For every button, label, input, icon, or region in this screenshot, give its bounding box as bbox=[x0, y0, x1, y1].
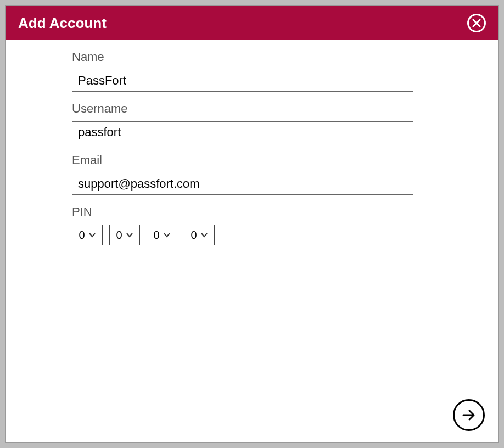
pin-digit-4-select[interactable]: 0 bbox=[184, 225, 215, 245]
chevron-down-icon bbox=[88, 231, 96, 239]
pin-digit-3-value: 0 bbox=[153, 229, 159, 242]
next-button[interactable] bbox=[453, 399, 485, 431]
close-icon bbox=[472, 19, 481, 27]
dialog-footer bbox=[6, 388, 498, 442]
pin-digit-4-value: 0 bbox=[191, 229, 197, 242]
dialog-header: Add Account bbox=[6, 6, 498, 40]
email-label: Email bbox=[72, 153, 432, 167]
name-input[interactable] bbox=[72, 70, 413, 92]
dialog-title: Add Account bbox=[18, 15, 107, 32]
email-input[interactable] bbox=[72, 173, 413, 195]
email-field-group: Email bbox=[72, 153, 432, 195]
name-label: Name bbox=[72, 50, 432, 64]
dialog-body: Name Username Email PIN 0 0 bbox=[6, 40, 498, 388]
pin-digit-3-select[interactable]: 0 bbox=[147, 225, 177, 245]
name-field-group: Name bbox=[72, 50, 432, 92]
pin-field-group: PIN 0 0 0 bbox=[72, 205, 432, 245]
close-button[interactable] bbox=[467, 14, 486, 32]
username-input[interactable] bbox=[72, 121, 413, 143]
pin-digit-1-value: 0 bbox=[79, 229, 85, 242]
pin-row: 0 0 0 0 bbox=[72, 225, 432, 245]
pin-digit-1-select[interactable]: 0 bbox=[72, 225, 103, 245]
pin-digit-2-select[interactable]: 0 bbox=[109, 225, 140, 245]
chevron-down-icon bbox=[200, 231, 208, 239]
chevron-down-icon bbox=[126, 231, 133, 239]
add-account-dialog: Add Account Name Username Email PIN 0 bbox=[5, 5, 499, 443]
username-label: Username bbox=[72, 102, 432, 116]
pin-digit-2-value: 0 bbox=[116, 229, 122, 242]
pin-label: PIN bbox=[72, 205, 432, 219]
username-field-group: Username bbox=[72, 102, 432, 143]
chevron-down-icon bbox=[163, 231, 171, 239]
arrow-right-icon bbox=[461, 407, 477, 423]
